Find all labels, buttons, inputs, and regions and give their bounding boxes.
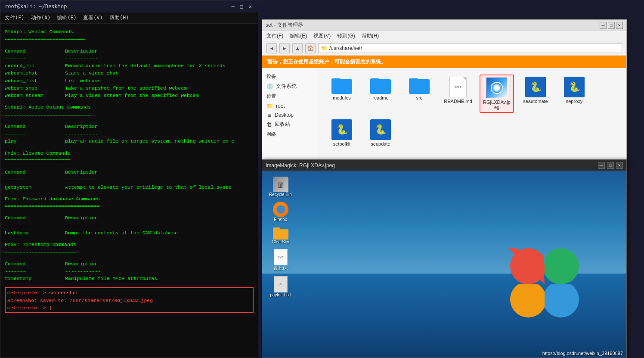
fm-home-button[interactable]: 🏠 — [305, 43, 316, 53]
fm-body: 设备 💿 文件系统 位置 📁 root 🖥 Desktop 🗑 回收站 网络 — [262, 68, 626, 161]
file-item-readme[interactable]: readme — [363, 75, 398, 113]
fm-close-button[interactable]: ✕ — [616, 22, 623, 29]
terminal-title: root@kali: ~/Desktop — [5, 3, 67, 9]
fm-path-separator: 📁 — [321, 45, 328, 51]
fm-win-controls: — □ ✕ — [600, 22, 623, 29]
im-minimize-button[interactable]: — — [598, 162, 605, 169]
fm-titlebar: set - 文件管理器 — □ ✕ — [262, 20, 626, 31]
terminal-menu-help[interactable]: 帮助(H) — [109, 14, 129, 22]
fm-toolbar: ◀ ▶ ▲ 🏠 📁 /usr/share/set/ — [262, 41, 626, 56]
im-win-controls: — □ ✕ — [598, 162, 623, 169]
desktop-icon-recycle[interactable]: 🗑 Recycle Bin — [266, 175, 294, 198]
fm-minimize-button[interactable]: — — [600, 22, 607, 29]
im-close-button[interactable]: ✕ — [616, 162, 623, 169]
payload-icon: ⚙ — [274, 276, 288, 293]
section-password: Priv: Password database Commands =======… — [5, 195, 254, 237]
terminal-win-controls: — □ ✕ — [229, 3, 254, 10]
file-item-seautomate[interactable]: 🐍 seautomate — [518, 75, 553, 113]
py-icon-seproxy: 🐍 — [564, 77, 585, 97]
py-icon-seupdate: 🐍 — [370, 119, 391, 140]
fm-sidebar: 设备 💿 文件系统 位置 📁 root 🖥 Desktop 🗑 回收站 网络 — [262, 68, 318, 161]
terminal-content: Stdapi: Webcam Commands ================… — [0, 24, 258, 358]
file-name-readmemd: README.md — [444, 99, 472, 104]
desktop-icon: 🖥 — [266, 112, 272, 118]
terminal-titlebar: root@kali: ~/Desktop — □ ✕ — [0, 0, 258, 12]
fm-menu-goto[interactable]: 转到(G) — [337, 32, 355, 40]
file-item-seproxy[interactable]: 🐍 seproxy — [557, 75, 591, 113]
sidebar-item-root-label: root — [276, 103, 285, 109]
svg-point-2 — [510, 281, 546, 318]
meterpreter-prompt-2: meterpreter — [7, 305, 40, 311]
terminal-menu-view[interactable]: 查看(V) — [83, 14, 103, 22]
win7-desktop: 🗑 Recycle Bin Firefox ClearSky — [262, 171, 626, 358]
im-titlebar: ImageMagick: RGjLXDAv.jpeg — □ ✕ — [262, 160, 626, 171]
file-item-setoolkit[interactable]: 🐍 setoolkit — [325, 117, 359, 149]
sidebar-item-root[interactable]: 📁 root — [262, 101, 318, 110]
file-item-src[interactable]: src — [402, 75, 437, 113]
jpeg-icon — [486, 78, 507, 98]
trash-icon: 🗑 — [266, 121, 272, 128]
root-icon: 📁 — [266, 103, 273, 109]
section-webcam: Stdapi: Webcam Commands ================… — [5, 28, 254, 99]
file-item-jpeg[interactable]: RGjLXDAv.jpeg — [480, 75, 514, 113]
fm-path-bar[interactable]: 📁 /usr/share/set/ — [318, 44, 622, 53]
fm-menu-file[interactable]: 文件(F) — [266, 32, 283, 40]
terminal-minimize-button[interactable]: — — [229, 3, 236, 10]
py-icon-setoolkit: 🐍 — [331, 119, 352, 140]
firefox-icon — [273, 202, 288, 217]
im-maximize-button[interactable]: □ — [607, 162, 614, 169]
doc-icon-readmemd: MD — [449, 77, 467, 97]
sidebar-section-device: 设备 — [262, 72, 318, 81]
fm-menu-help[interactable]: 帮助(H) — [362, 32, 379, 40]
fm-menu-edit[interactable]: 编辑(E) — [290, 32, 307, 40]
sidebar-item-filesystem[interactable]: 💿 文件系统 — [262, 81, 318, 91]
fm-maximize-button[interactable]: □ — [608, 22, 615, 29]
fm-warning-bar: 警告，您正在使用超级账户，可能会损害您的系统。 — [262, 56, 626, 68]
fm-menubar: 文件(F) 编辑(E) 视图(V) 转到(G) 帮助(H) — [262, 31, 626, 41]
terminal-window: root@kali: ~/Desktop — □ ✕ 文件(F) 动作(A) 编… — [0, 0, 258, 358]
fm-title: set - 文件管理器 — [266, 22, 303, 29]
desktop-icon-payload[interactable]: ⚙ payload.txt — [266, 275, 294, 299]
desktop-icon-txt[interactable]: TXT 置上.txt — [266, 248, 294, 273]
fm-main-content: modules readme src MD REA — [318, 68, 626, 161]
sidebar-item-desktop[interactable]: 🖥 Desktop — [262, 110, 318, 119]
recycle-bin-label: Recycle Bin — [269, 192, 292, 197]
firefox-label: Firefox — [274, 217, 287, 222]
im-title: ImageMagick: RGjLXDAv.jpeg — [266, 162, 335, 168]
section-timestomp: Priv: Timestomp Commands ===============… — [5, 241, 254, 282]
col-command: Command — [5, 47, 65, 55]
fm-path-text: /usr/share/set/ — [329, 45, 362, 51]
terminal-maximize-button[interactable]: □ — [238, 3, 245, 10]
file-name-setoolkit: setoolkit — [333, 141, 350, 146]
fm-up-button[interactable]: ▲ — [292, 43, 303, 53]
terminal-menu-file[interactable]: 文件(F) — [5, 14, 25, 22]
file-name-seautomate: seautomate — [523, 99, 548, 104]
sidebar-item-trash[interactable]: 🗑 回收站 — [262, 119, 318, 129]
file-item-seupdate[interactable]: 🐍 seupdate — [363, 117, 398, 149]
file-name-modules: modules — [333, 95, 351, 100]
fm-forward-button[interactable]: ▶ — [279, 43, 290, 53]
file-item-modules[interactable]: modules — [325, 75, 359, 113]
py-icon-seautomate: 🐍 — [525, 77, 546, 97]
filesystem-icon: 💿 — [266, 83, 273, 90]
terminal-close-button[interactable]: ✕ — [247, 3, 254, 10]
file-name-seupdate: seupdate — [371, 141, 390, 146]
section-audio: Stdapi: Audio Output Commands ==========… — [5, 103, 254, 145]
clearsky-label: ClearSky — [272, 240, 289, 244]
fm-back-button[interactable]: ◀ — [266, 43, 277, 53]
fm-menu-view[interactable]: 视图(V) — [313, 32, 331, 40]
im-url-bar: https://blog.csdn.net/weixin_39190897 — [539, 349, 626, 358]
svg-point-3 — [543, 281, 579, 318]
meterpreter-prompt-1: meterpreter — [7, 290, 40, 296]
filemanager-window: set - 文件管理器 — □ ✕ 文件(F) 编辑(E) 视图(V) 转到(G… — [262, 19, 627, 162]
desktop-icon-firefox[interactable]: Firefox — [266, 200, 294, 223]
desktop-icon-clearsky[interactable]: ClearSky — [266, 225, 294, 246]
terminal-menu-edit[interactable]: 编辑(E) — [57, 14, 77, 22]
terminal-menu-action[interactable]: 动作(A) — [31, 14, 51, 22]
file-item-readmemd[interactable]: MD README.md — [441, 75, 475, 113]
file-name-src: src — [416, 95, 423, 100]
folder-icon-readme — [370, 77, 391, 94]
screenshot-command-box: meterpreter > screenshot Screenshot save… — [5, 287, 254, 313]
file-name-jpeg: RGjLXDAv.jpeg — [483, 100, 511, 110]
imagemagick-window: ImageMagick: RGjLXDAv.jpeg — □ ✕ — [262, 159, 627, 358]
